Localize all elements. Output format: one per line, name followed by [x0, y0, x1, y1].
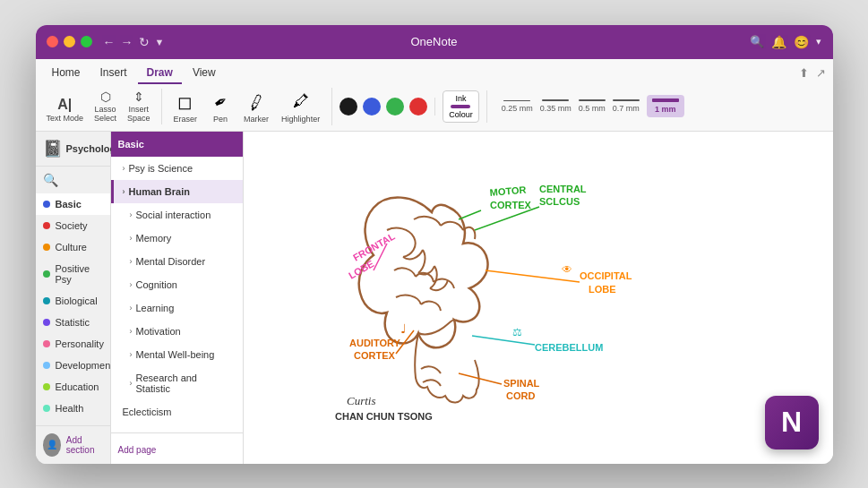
- search-icon[interactable]: 🔍: [750, 35, 764, 48]
- page-research[interactable]: › Research and Statistic: [111, 366, 243, 400]
- ribbon: Home Insert Draw View ⬆ ↗ A| Text Mode ⬡…: [36, 59, 833, 132]
- section-dot-biological: [43, 297, 50, 304]
- frontal-lobe-label: FRONTAL: [351, 230, 397, 262]
- page-mental-disorder[interactable]: › Mental Disorder: [111, 250, 243, 273]
- pen-tool[interactable]: ✒ Pen: [205, 88, 236, 125]
- maximize-button[interactable]: [81, 36, 92, 47]
- canvas-area[interactable]: MOTOR CORTEX CENTRAL SCLCUS FRONTAL LOBE…: [244, 132, 833, 464]
- forward-icon[interactable]: →: [121, 35, 133, 49]
- draw-tool-group: ◻ Eraser ✒ Pen 🖊 Marker 🖍 Highlighter: [169, 88, 333, 125]
- thickness-label-1mm: 1 mm: [655, 105, 676, 114]
- section-basic[interactable]: Basic: [36, 193, 110, 215]
- thickness-label-07: 0.7 mm: [613, 104, 640, 113]
- text-mode-label: Text Mode: [47, 114, 84, 123]
- section-dot-education: [43, 383, 50, 390]
- page-learning[interactable]: › Learning: [111, 296, 243, 320]
- sidebar: 📓 Psychology ▾ 🔍 Basic Society Culture: [36, 132, 111, 464]
- page-mental-wellbeing[interactable]: › Mental Well-being: [111, 343, 243, 366]
- page-label-research: Research and Statistic: [136, 372, 234, 394]
- tab-home[interactable]: Home: [43, 63, 90, 84]
- color-black[interactable]: [339, 98, 357, 116]
- page-cognition[interactable]: › Cognition: [111, 273, 243, 296]
- notebook-icon: 📓: [43, 139, 63, 158]
- sidebar-search-icon[interactable]: 🔍: [43, 173, 58, 187]
- back-icon[interactable]: ←: [103, 35, 116, 49]
- section-dot-personality: [43, 340, 50, 347]
- thickness-035[interactable]: 0.35 mm: [540, 99, 572, 113]
- svg-line-6: [459, 373, 502, 384]
- bell-icon[interactable]: 🔔: [771, 35, 786, 49]
- section-biological[interactable]: Biological: [36, 290, 110, 312]
- tab-view[interactable]: View: [184, 63, 225, 84]
- thickness-05[interactable]: 0.5 mm: [579, 99, 606, 113]
- ink-colour-sublabel: Colour: [449, 110, 473, 119]
- page-eclecticism[interactable]: Eclecticism: [111, 400, 243, 424]
- ribbon-toolbar: A| Text Mode ⬡ LassoSelect ⇕ InsertSpace…: [36, 84, 833, 131]
- marker-tool[interactable]: 🖊 Marker: [239, 88, 273, 125]
- onenote-letter: N: [781, 406, 802, 439]
- lasso-select-tool[interactable]: ⬡ LassoSelect: [90, 89, 120, 124]
- highlighter-tool[interactable]: 🖍 Highlighter: [277, 88, 324, 125]
- share2-icon[interactable]: ↗: [816, 66, 826, 80]
- page-memory[interactable]: › Memory: [111, 227, 243, 250]
- color-blue[interactable]: [363, 98, 381, 116]
- page-human-brain[interactable]: › Human Brain: [111, 180, 243, 203]
- page-social[interactable]: › Social interaction: [111, 203, 243, 227]
- sidebar-search[interactable]: 🔍: [36, 167, 110, 193]
- section-dot-culture: [43, 244, 50, 251]
- svg-line-5: [472, 336, 535, 345]
- thickness-025[interactable]: 0.25 mm: [502, 100, 533, 113]
- page-chevron-brain: ›: [123, 187, 125, 196]
- section-health[interactable]: Health: [36, 398, 110, 419]
- section-label-personality: Personality: [56, 338, 104, 349]
- section-personality[interactable]: Personality: [36, 333, 110, 355]
- chevron-down-icon[interactable]: ▾: [816, 36, 821, 47]
- insert-space-tool[interactable]: ⇕ InsertSpace: [124, 89, 154, 124]
- sidebar-sections: Basic Society Culture Positive Psy Biolo…: [36, 193, 110, 425]
- page-label-cognition: Cognition: [136, 279, 177, 290]
- central-sulcus-label: CENTRAL: [539, 184, 587, 194]
- thickness-07[interactable]: 0.7 mm: [613, 99, 640, 114]
- page-chevron-memory: ›: [130, 234, 133, 243]
- section-developmental[interactable]: Developmental: [36, 355, 110, 376]
- auditory-cortex-label: AUDITORY: [349, 338, 401, 348]
- add-section-button[interactable]: Add section: [66, 435, 103, 455]
- ink-colour-button[interactable]: Ink Colour: [443, 90, 479, 123]
- page-motivation[interactable]: › Motivation: [111, 320, 243, 343]
- page-label-motivation: Motivation: [136, 326, 181, 337]
- color-red[interactable]: [409, 98, 427, 116]
- section-label-positive: Positive Psy: [56, 263, 103, 285]
- smiley-icon[interactable]: 😊: [794, 35, 809, 49]
- tab-insert[interactable]: Insert: [91, 63, 136, 84]
- music-note-symbol: ♩: [400, 321, 407, 336]
- onenote-logo: N: [765, 396, 819, 449]
- tab-draw[interactable]: Draw: [138, 63, 182, 84]
- thickness-line-05: [579, 99, 606, 101]
- thickness-1mm[interactable]: 1 mm: [647, 95, 684, 117]
- pen-icon: ✒: [205, 85, 236, 117]
- section-label-developmental: Developmental: [56, 360, 110, 371]
- section-positive[interactable]: Positive Psy: [36, 258, 110, 290]
- section-education[interactable]: Education: [36, 376, 110, 398]
- notebook-header[interactable]: 📓 Psychology ▾: [36, 132, 110, 167]
- page-chevron-research: ›: [130, 379, 133, 388]
- color-green[interactable]: [386, 98, 404, 116]
- page-psy-science[interactable]: › Psy is Science: [111, 157, 243, 180]
- thickness-label-05: 0.5 mm: [579, 104, 606, 113]
- section-culture[interactable]: Culture: [36, 236, 110, 258]
- minimize-button[interactable]: [64, 36, 75, 47]
- pages-header: Basic: [111, 132, 243, 157]
- close-button[interactable]: [47, 36, 58, 47]
- share-icon[interactable]: ⬆: [799, 66, 809, 80]
- add-page-button[interactable]: Add page: [118, 445, 157, 455]
- dropdown-icon[interactable]: ▼: [155, 37, 165, 47]
- section-statistic[interactable]: Statistic: [36, 312, 110, 333]
- section-label-statistic: Statistic: [56, 317, 90, 328]
- section-society[interactable]: Society: [36, 215, 110, 236]
- refresh-icon[interactable]: ↻: [139, 35, 150, 49]
- text-mode-tool[interactable]: A| Text Mode: [43, 96, 88, 124]
- page-label-psy: Psy is Science: [129, 163, 193, 174]
- lasso-select-label: LassoSelect: [94, 105, 116, 123]
- eraser-tool[interactable]: ◻ Eraser: [169, 88, 202, 125]
- user-avatar[interactable]: 👤: [43, 433, 61, 457]
